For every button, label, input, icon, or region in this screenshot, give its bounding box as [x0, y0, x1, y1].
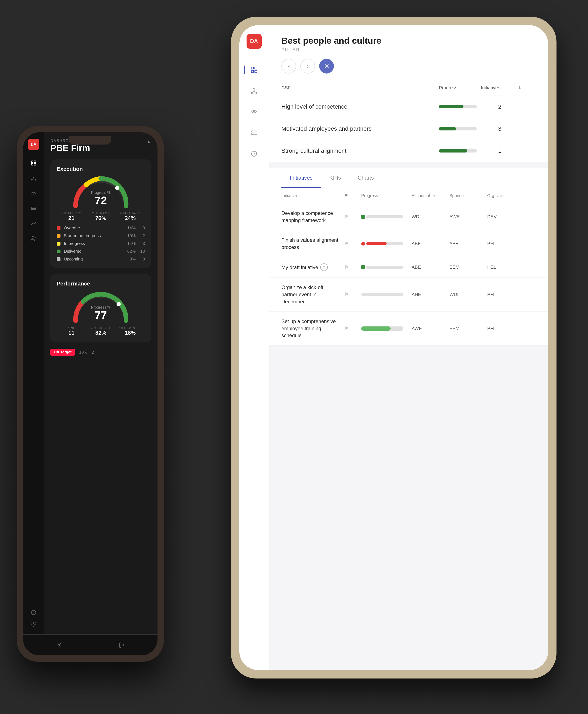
phone-nav-bottom	[31, 610, 37, 628]
overdue-dot	[57, 226, 61, 230]
sidebar-item-gauge[interactable]	[248, 147, 260, 160]
perf-gauge-svg: Progress % 77	[71, 289, 130, 323]
initiatives-column-header: Initiatives	[481, 85, 519, 90]
sponsor-column-header: Sponsor	[449, 193, 483, 198]
table-row[interactable]: High level of competence 2	[269, 96, 548, 118]
phone-main: DASHBOARD PBE Firm ▲ Execution	[44, 132, 158, 634]
svg-point-15	[31, 179, 33, 180]
delivered-label: Delivered	[64, 249, 124, 254]
bottom-logout-button[interactable]	[115, 639, 128, 651]
phone-nav-network[interactable]	[29, 174, 38, 183]
page-title: Best people and culture	[281, 36, 536, 46]
progress-fill	[361, 326, 391, 331]
initiative-progress	[361, 293, 403, 296]
gauge-wrapper: Progress % 72 INITIATIVES 21 O	[57, 175, 145, 262]
phone-app-title: PBE Firm	[50, 143, 90, 153]
csf-initiatives-count: 2	[481, 103, 519, 110]
stat-off-target-value: 18%	[115, 330, 145, 336]
table-row[interactable]: Develop a competence mapping framework ⚑…	[269, 203, 548, 230]
sidebar-item-layers[interactable]	[248, 126, 260, 139]
svg-rect-3	[255, 70, 257, 73]
nav-buttons: ‹ › ✕	[281, 59, 536, 74]
table-row[interactable]: My draft intiative ⊘ ⚑ ABE	[269, 257, 548, 278]
accountable-label: WDI	[412, 214, 445, 220]
flag-icon: ⚑	[344, 214, 357, 220]
perf-progress-value: 77	[95, 309, 107, 321]
sidebar-item-handshake[interactable]	[248, 105, 260, 118]
sponsor-label: EEM	[449, 326, 483, 331]
table-row[interactable]: Motivated amployees and partners 3	[269, 118, 548, 140]
sponsor-label: EEM	[449, 264, 483, 270]
svg-rect-8	[251, 131, 257, 132]
initiative-name: My draft intiative	[281, 264, 318, 271]
table-row[interactable]: Set up a comprehensive employee training…	[269, 311, 548, 346]
svg-rect-17	[31, 207, 36, 208]
accountable-label: AWE	[412, 326, 445, 331]
phone-nav-people[interactable]	[29, 234, 38, 243]
off-target-row: Off Target 18% 2	[50, 349, 151, 355]
sponsor-label: WDI	[449, 292, 483, 297]
stat-off-track-label: OFF-TRACK	[115, 211, 145, 215]
phone-nav-handshake[interactable]	[29, 189, 38, 198]
phone-notch	[69, 136, 111, 144]
inprogress-label: In progress	[64, 241, 124, 246]
phone-nav-dashboard[interactable]	[29, 158, 38, 168]
performance-card: Performance	[50, 274, 151, 342]
overdue-count: 3	[139, 226, 145, 230]
perf-gauge-center: Progress % 77	[91, 305, 110, 321]
table-row[interactable]: Finish a values alignment process ⚑ ABE …	[269, 230, 548, 257]
sort-up-icon: ↑	[298, 193, 300, 198]
inprogress-count: 3	[139, 241, 145, 246]
list-item: Delivered 62% 13	[57, 249, 145, 254]
close-button[interactable]: ✕	[319, 59, 334, 74]
phone-nav-chart[interactable]	[29, 219, 38, 228]
started-label: Started no progress	[64, 233, 124, 238]
bottom-settings-button[interactable]	[52, 639, 65, 651]
perf-gauge-stats: KPIS 11 ON TARGET 82% OFF TARGET 18%	[57, 326, 145, 336]
tabs-section: Initiatives KPIs Charts Initiative ↑ ⚑ P…	[269, 168, 548, 346]
tablet-screen: DA	[239, 25, 548, 670]
sidebar-item-network[interactable]	[248, 84, 260, 97]
phone-nav-settings[interactable]	[31, 621, 37, 628]
phone-frame: DA	[17, 126, 164, 662]
tab-charts[interactable]: Charts	[349, 168, 382, 188]
svg-point-23	[117, 302, 121, 306]
accountable-label: AHE	[412, 292, 445, 297]
stat-on-target-label: ON TARGET	[86, 326, 115, 330]
csf-column-header: CSF ↓	[281, 85, 422, 90]
tablet-header: Best people and culture PILLAR ‹ › ✕	[269, 25, 548, 80]
tab-initiatives[interactable]: Initiatives	[281, 168, 321, 188]
sidebar-item-dashboard[interactable]	[248, 63, 260, 76]
tablet-frame: DA	[231, 17, 556, 678]
stat-on-target: ON TARGET 82%	[86, 326, 115, 336]
tabs-header: Initiatives KPIs Charts	[269, 168, 548, 188]
flag-icon: ⚑	[344, 326, 357, 331]
table-row[interactable]: Organize a kick-off partner event in Dec…	[269, 278, 548, 311]
sponsor-label: ABE	[449, 241, 483, 246]
gauge-svg: Progress % 72	[71, 175, 130, 208]
next-button[interactable]: ›	[300, 59, 315, 74]
tablet-logo: DA	[247, 34, 262, 49]
status-list: Overdue 14% 3 Started no progress 10% 2	[57, 226, 145, 262]
phone-screen: DA	[23, 132, 158, 655]
collapse-button[interactable]: ▲	[146, 139, 151, 144]
table-row[interactable]: Strong cultural alignment 1	[269, 140, 548, 162]
svg-point-21	[33, 624, 35, 625]
org-unit-label: DEV	[487, 214, 521, 220]
k-column-header: K	[519, 85, 536, 90]
phone-nav-layers[interactable]	[29, 204, 38, 213]
upcoming-dot	[57, 257, 61, 261]
csf-initiatives-count: 1	[481, 147, 519, 154]
prev-button[interactable]: ‹	[281, 59, 296, 74]
started-count: 2	[139, 233, 145, 238]
execution-title: Execution	[57, 166, 145, 172]
off-target-badge: Off Target	[50, 349, 75, 355]
list-item: Overdue 14% 3	[57, 226, 145, 230]
phone-nav-help[interactable]	[31, 610, 37, 616]
progress-fill	[366, 242, 386, 245]
org-unit-label: PFI	[487, 292, 521, 297]
tab-kpis[interactable]: KPIs	[321, 168, 349, 188]
flag-column-header2: ⚑	[344, 193, 357, 198]
phone-nav	[29, 158, 38, 243]
stat-initiatives-value: 21	[57, 215, 86, 221]
